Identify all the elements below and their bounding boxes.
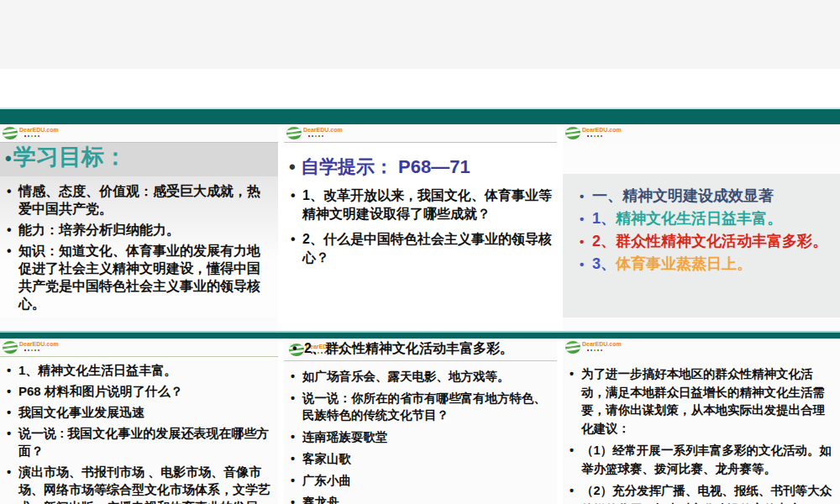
slide5-bullet: 客家山歌 bbox=[289, 450, 554, 467]
slide2-bullet: 2、什么是中国特色社会主义事业的领导核心？ bbox=[289, 230, 554, 267]
column-gap bbox=[278, 124, 284, 331]
slide6-bullet: （2）充分发挥广播、电视、报纸、书刊等大众传媒的作用，加大对文化建设的宣传力度。 bbox=[568, 482, 837, 504]
teal-divider-bar-top bbox=[0, 108, 840, 124]
slide1-title: 学习目标： bbox=[0, 143, 278, 176]
teal-divider-bar-middle bbox=[0, 331, 840, 339]
slide5-bullet: 广东小曲 bbox=[289, 472, 554, 489]
column-gap bbox=[278, 339, 284, 504]
dearedu-logo: DearEDU.com bbox=[563, 124, 840, 143]
logo-color-dots-icon bbox=[308, 135, 310, 137]
dearedu-logo: DearEDU.com bbox=[563, 339, 840, 357]
slide4-bullet: 我国文化事业发展迅速 bbox=[5, 403, 273, 421]
top-gray-band bbox=[0, 0, 840, 69]
slide4-bullet: 1、精神文化生活日益丰富。 bbox=[5, 361, 273, 379]
slide4-bullet: 演出市场、书报刊市场 、电影市场、音像市场、网络市场等综合型文化市场体系，文学艺… bbox=[5, 463, 273, 504]
slide-thumbnail-5[interactable]: DearEDU.com 2、群众性精神文化活动丰富多彩。 如广场音乐会、露天电影… bbox=[284, 339, 557, 504]
logo-color-dots-icon bbox=[587, 135, 589, 137]
slide1-bullet: 知识：知道文化、体育事业的发展有力地促进了社会主义精神文明建设，懂得中国共产党是… bbox=[5, 242, 273, 312]
slide-row-1: DearEDU.com 学习目标： 情感、态度、价值观：感受巨大成就，热爱中国共… bbox=[0, 124, 840, 331]
dearedu-logo-text: DearEDU.com bbox=[582, 341, 622, 348]
logo-color-dots-icon bbox=[587, 349, 589, 351]
slide-thumbnail-1[interactable]: DearEDU.com 学习目标： 情感、态度、价值观：感受巨大成就，热爱中国共… bbox=[0, 124, 278, 331]
slide-row-2: DearEDU.com 1、精神文化生活日益丰富。 P68 材料和图片说明了什么… bbox=[0, 339, 840, 504]
dearedu-globe-icon bbox=[565, 341, 580, 354]
slide5-body: 如广场音乐会、露天电影、地方戏等。 说一说：你所在的省市有哪些富有地方特色、民族… bbox=[284, 361, 557, 504]
slide1-bullet: 情感、态度、价值观：感受巨大成就，热爱中国共产党。 bbox=[5, 182, 273, 218]
dearedu-logo: DearEDU.com bbox=[0, 339, 278, 357]
dearedu-logo: DearEDU.com bbox=[284, 124, 557, 143]
slide6-bullet: （1）经常开展一系列丰富多彩的文化活动。如举办篮球赛、拨河比赛、龙舟赛等。 bbox=[568, 442, 837, 478]
slide1-body: 情感、态度、价值观：感受巨大成就，热爱中国共产党。 能力：培养分析归纳能力。 知… bbox=[0, 176, 278, 317]
slide6-bullet: 为了进一步搞好本地区的群众性精神文化活动，满足本地群众日益增长的精神文化生活需要… bbox=[568, 365, 837, 438]
dearedu-logo-text: DearEDU.com bbox=[19, 341, 59, 348]
slide2-bullet: 1、改革开放以来，我国文化、体育事业等精神文明建设取得了哪些成就？ bbox=[289, 186, 554, 223]
column-gap bbox=[557, 124, 563, 331]
dearedu-globe-icon bbox=[565, 127, 580, 139]
slide1-bullet: 能力：培养分析归纳能力。 bbox=[5, 221, 273, 239]
slide-thumbnail-4[interactable]: DearEDU.com 1、精神文化生活日益丰富。 P68 材料和图片说明了什么… bbox=[0, 339, 278, 504]
dearedu-logo: DearEDU.com bbox=[0, 124, 278, 143]
dearedu-globe-icon bbox=[286, 127, 302, 139]
slide3-outline-line: 1、精神文化生活日益丰富。 bbox=[580, 207, 837, 230]
slide3-outline-line: 一、精神文明建设成效显著 bbox=[580, 185, 837, 207]
slide3-white-space bbox=[563, 143, 840, 174]
slide6-body: 为了进一步搞好本地区的群众性精神文化活动，满足本地群众日益增长的精神文化生活需要… bbox=[563, 357, 840, 504]
dearedu-logo-text: DearEDU.com bbox=[19, 127, 59, 134]
slide-thumbnail-2[interactable]: DearEDU.com 自学提示： P68—71 1、改革开放以来，我国文化、体… bbox=[284, 124, 557, 331]
dearedu-globe-icon bbox=[3, 341, 18, 354]
slide3-outline-line: 3、体育事业蒸蒸日上。 bbox=[580, 253, 837, 276]
logo-color-dots-icon bbox=[24, 349, 26, 351]
dearedu-logo-text: DearEDU.com bbox=[582, 127, 622, 134]
column-gap bbox=[557, 339, 563, 504]
slide5-bullet: 赛龙舟 bbox=[289, 494, 554, 504]
slide-thumbnail-6[interactable]: DearEDU.com 为了进一步搞好本地区的群众性精神文化活动，满足本地群众日… bbox=[563, 339, 840, 504]
top-white-band bbox=[0, 69, 840, 108]
slide5-bullet: 说一说：你所在的省市有哪些富有地方特色、民族特色的传统文化节目？ bbox=[289, 390, 554, 423]
logo-color-dots-icon bbox=[24, 135, 26, 137]
slide4-bullet: 说一说 : 我国文化事业的发展还表现在哪些方面？ bbox=[5, 424, 273, 459]
slide3-outline-line: 2、群众性精神文化活动丰富多彩。 bbox=[580, 230, 837, 253]
dearedu-globe-icon bbox=[3, 127, 18, 139]
slide5-heading: 2、群众性精神文化活动丰富多彩。 bbox=[284, 339, 557, 361]
slide3-outline-box: 一、精神文明建设成效显著 1、精神文化生活日益丰富。 2、群众性精神文化活动丰富… bbox=[563, 174, 840, 318]
slide5-bullet: 连南瑶族耍歌堂 bbox=[289, 428, 554, 445]
slide5-bullet: 如广场音乐会、露天电影、地方戏等。 bbox=[289, 368, 554, 385]
slide2-title: 自学提示： P68—71 bbox=[289, 156, 554, 178]
dearedu-logo-text: DearEDU.com bbox=[303, 127, 343, 134]
slide4-body: 1、精神文化生活日益丰富。 P68 材料和图片说明了什么？ 我国文化事业发展迅速… bbox=[0, 357, 278, 504]
slide4-bullet: P68 材料和图片说明了什么？ bbox=[5, 382, 273, 400]
slide2-body: 自学提示： P68—71 1、改革开放以来，我国文化、体育事业等精神文明建设取得… bbox=[284, 143, 557, 330]
slide-thumbnail-3[interactable]: DearEDU.com 一、精神文明建设成效显著 1、精神文化生活日益丰富。 2… bbox=[563, 124, 840, 331]
